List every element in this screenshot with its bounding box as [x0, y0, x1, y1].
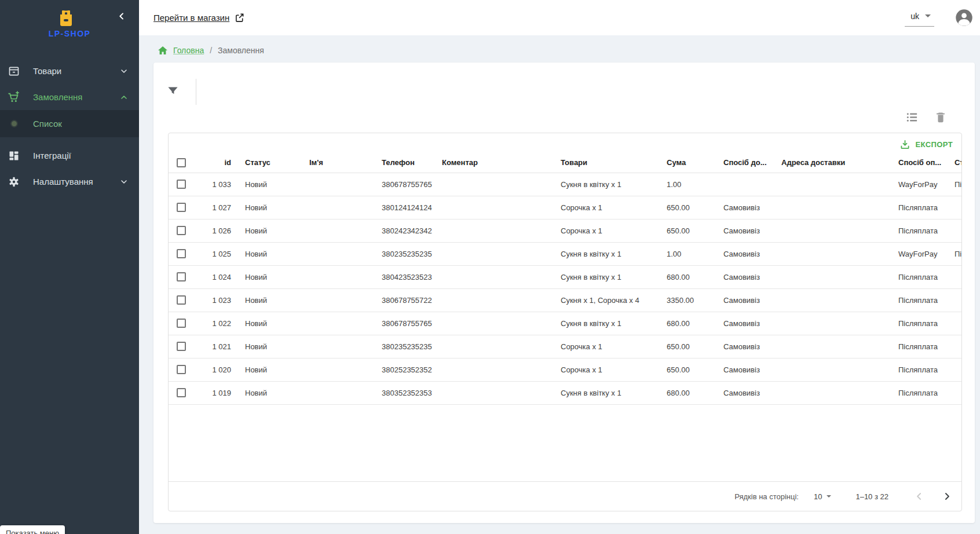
chevron-down-icon [119, 177, 129, 186]
cell-phone: 380235235235 [372, 242, 433, 265]
delete-icon[interactable] [934, 110, 948, 124]
cell-delivery [714, 173, 772, 196]
table-row[interactable]: 1 021 Новий 380235235235 Сорочка x 1 650… [169, 335, 961, 358]
chevron-down-icon [119, 67, 129, 76]
sidebar-item-settings[interactable]: Налаштування [0, 169, 139, 195]
row-checkbox[interactable] [177, 203, 186, 212]
cell-payment: Післяплата [889, 288, 945, 312]
cell-delivery: Самовивіз [714, 358, 772, 381]
row-checkbox[interactable] [177, 226, 186, 235]
sidebar-collapse-button[interactable] [115, 9, 129, 23]
row-checkbox[interactable] [177, 249, 186, 258]
cell-comment [433, 358, 551, 381]
column-header-phone[interactable]: Телефон [372, 152, 433, 173]
cell-address [772, 219, 889, 242]
previous-page-button[interactable] [912, 489, 927, 504]
sidebar-item-label: Список [33, 119, 129, 129]
language-select[interactable]: uk [905, 9, 934, 27]
avatar[interactable] [955, 9, 973, 27]
cell-products: Сукня x 1, Сорочка x 4 [551, 288, 657, 312]
cell-payment: Післяплата [889, 219, 945, 242]
row-checkbox[interactable] [177, 180, 186, 189]
row-checkbox[interactable] [177, 342, 186, 351]
cell-id: 1 023 [192, 288, 236, 312]
cell-phone: 380124124124 [372, 196, 433, 219]
column-header-comment[interactable]: Коментар [433, 152, 551, 173]
row-checkbox[interactable] [177, 272, 186, 281]
table-row[interactable]: 1 019 Новий 380352352353 Сукня в квітку … [169, 381, 961, 404]
column-header-status[interactable]: Статус [236, 152, 300, 173]
topbar: Перейти в магазин uk [139, 0, 980, 35]
cell-delivery: Самовивіз [714, 288, 772, 312]
column-header-delivery[interactable]: Спосіб до... [714, 152, 772, 173]
cell-address [772, 196, 889, 219]
cell-status: Новий [236, 196, 300, 219]
row-checkbox[interactable] [177, 365, 186, 374]
column-header-sum[interactable]: Сума [657, 152, 714, 173]
export-button[interactable]: ЕКСПОРТ [899, 137, 954, 152]
cell-address [772, 265, 889, 288]
filter-button[interactable] [163, 81, 182, 101]
cell-pay-status [945, 196, 961, 219]
cell-comment [433, 196, 551, 219]
cell-payment: WayForPay [889, 173, 945, 196]
sidebar-item-label: Товари [33, 66, 119, 76]
table-row[interactable]: 1 022 Новий 380678755765 Сукня в квітку … [169, 312, 961, 335]
cell-delivery: Самовивіз [714, 196, 772, 219]
cell-status: Новий [236, 265, 300, 288]
column-header-id[interactable]: id [192, 152, 236, 173]
cell-name [300, 173, 372, 196]
table-row[interactable]: 1 027 Новий 380124124124 Сорочка x 1 650… [169, 196, 961, 219]
cell-comment [433, 312, 551, 335]
cell-id: 1 022 [192, 312, 236, 335]
row-checkbox[interactable] [177, 388, 186, 397]
cell-phone: 380678755765 [372, 312, 433, 335]
row-checkbox[interactable] [177, 295, 186, 305]
table-row[interactable]: 1 023 Новий 380678755722 Сукня x 1, Соро… [169, 288, 961, 312]
table-row[interactable]: 1 024 Новий 380423523523 Сукня в квітку … [169, 265, 961, 288]
column-header-payment[interactable]: Спосіб оп... [889, 152, 945, 173]
show-menu-tooltip: Показать меню [0, 525, 65, 534]
sidebar-item-integrations[interactable]: Інтеграції [0, 142, 139, 169]
panel-tools [905, 110, 948, 124]
table-row[interactable]: 1 033 Новий 380678755765 Сукня в квітку … [169, 173, 961, 196]
cell-name [300, 335, 372, 358]
cell-phone: 380242342342 [372, 219, 433, 242]
cell-comment [433, 288, 551, 312]
cell-products: Сорочка x 1 [551, 358, 657, 381]
cell-comment [433, 173, 551, 196]
orders-table-card: ЕКСПОРТ id Статус Ім'я [168, 133, 962, 511]
sidebar-item-orders-list[interactable]: Список [0, 110, 139, 137]
column-header-address[interactable]: Адреса доставки [772, 152, 889, 173]
go-to-shop-link[interactable]: Перейти в магазин [153, 13, 244, 23]
sidebar-item-label: Замовлення [33, 92, 119, 102]
cell-name [300, 219, 372, 242]
cell-pay-status [945, 288, 961, 312]
column-list-icon[interactable] [905, 110, 919, 124]
cell-phone: 380352352353 [372, 381, 433, 404]
breadcrumb-home-link[interactable]: Головна [173, 46, 204, 55]
sidebar-item-orders[interactable]: Замовлення [0, 84, 139, 110]
cell-phone: 380235235235 [372, 335, 433, 358]
next-page-button[interactable] [939, 489, 955, 504]
column-header-products[interactable]: Товари [551, 152, 657, 173]
column-header-name[interactable]: Ім'я [300, 152, 372, 173]
rows-per-page-select[interactable]: 10 [814, 492, 831, 501]
sidebar-item-products[interactable]: Товари [0, 58, 139, 84]
table-row[interactable]: 1 020 Новий 380252352352 Сорочка x 1 650… [169, 358, 961, 381]
main-content: Головна / Замовлення [139, 35, 980, 534]
table-header-row: id Статус Ім'я Телефон Коментар Товари С… [169, 152, 961, 173]
table-row[interactable]: 1 026 Новий 380242342342 Сорочка x 1 650… [169, 219, 961, 242]
cell-payment: Післяплата [889, 335, 945, 358]
table-row[interactable]: 1 025 Новий 380235235235 Сукня в квітку … [169, 242, 961, 265]
select-all-checkbox[interactable] [177, 158, 186, 167]
cell-name [300, 265, 372, 288]
cell-phone: 380252352352 [372, 358, 433, 381]
cell-address [772, 288, 889, 312]
cell-comment [433, 219, 551, 242]
cell-delivery: Самовивіз [714, 335, 772, 358]
row-checkbox[interactable] [177, 319, 186, 328]
column-header-pay-status[interactable]: Ст [945, 152, 961, 173]
cell-sum: 680.00 [657, 312, 714, 335]
cell-id: 1 020 [192, 358, 236, 381]
